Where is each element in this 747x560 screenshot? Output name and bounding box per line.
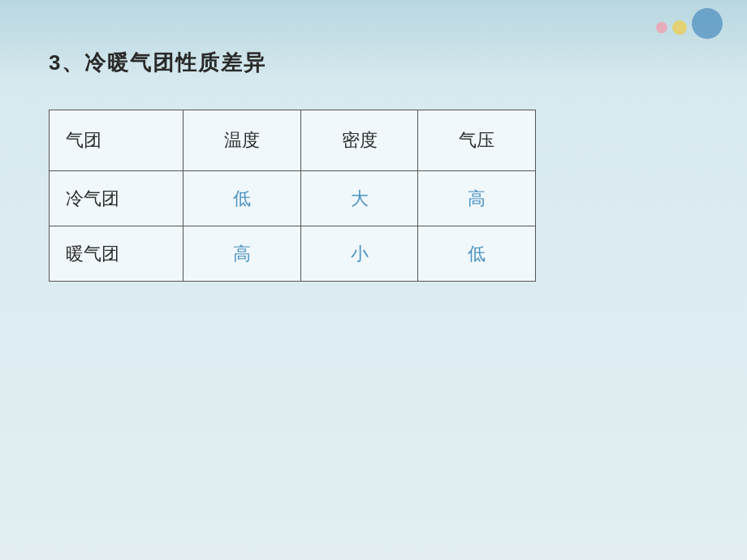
header-density: 密度	[300, 110, 418, 171]
header-temperature: 温度	[184, 110, 301, 171]
table-row: 冷气团 低 大 高	[50, 171, 536, 226]
cold-density: 大	[300, 171, 418, 226]
table-container: 气团 温度 密度 气压 冷气团 低 大 高 暖气团 高 小 低	[49, 110, 698, 282]
cold-temperature: 低	[184, 171, 301, 226]
header-airmass: 气团	[50, 110, 184, 171]
table-header-row: 气团 温度 密度 气压	[50, 110, 536, 171]
properties-table: 气团 温度 密度 气压 冷气团 低 大 高 暖气团 高 小 低	[49, 110, 536, 282]
page-title: 3、冷暖气团性质差异	[49, 49, 698, 77]
cold-pressure: 高	[418, 171, 536, 226]
circle-pink-icon	[656, 22, 667, 33]
table-row: 暖气团 高 小 低	[50, 226, 536, 282]
content-area: 3、冷暖气团性质差异 气团 温度 密度 气压 冷气团 低 大 高 暖气	[49, 49, 698, 282]
header-pressure: 气压	[418, 110, 536, 171]
circle-yellow-icon	[672, 20, 687, 35]
decorative-circles	[656, 16, 723, 39]
warm-pressure: 低	[418, 226, 536, 282]
circle-blue-icon	[692, 8, 723, 39]
warm-airmass-name: 暖气团	[50, 226, 184, 282]
warm-temperature: 高	[184, 226, 301, 282]
cold-airmass-name: 冷气团	[50, 171, 184, 226]
warm-density: 小	[300, 226, 418, 282]
